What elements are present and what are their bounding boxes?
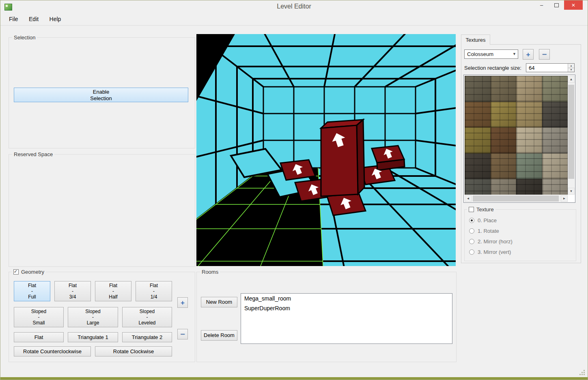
menu-edit[interactable]: Edit: [24, 13, 43, 25]
texture-tile[interactable]: [542, 127, 568, 153]
texture-tile[interactable]: [465, 153, 491, 179]
spin-down-button[interactable]: ▼: [568, 68, 574, 72]
texture-tile[interactable]: [542, 76, 568, 102]
geometry-sloped-small-button[interactable]: Sloped - Small: [14, 307, 64, 327]
mode-mirror-vert-radio[interactable]: 3. Mirror (vert): [469, 249, 511, 255]
tab-textures[interactable]: Textures: [461, 34, 490, 45]
remove-texture-set-button[interactable]: −: [539, 49, 550, 60]
geometry-triangulate1-button[interactable]: Triangulate 1: [68, 332, 118, 342]
texture-tile[interactable]: [516, 127, 542, 153]
room-list-item[interactable]: SuperDuperRoom: [241, 303, 452, 313]
texture-tile[interactable]: [465, 102, 491, 128]
texture-tile[interactable]: [465, 179, 491, 195]
selection-rect-size-input[interactable]: [528, 64, 566, 71]
selection-group-label: Selection: [12, 34, 37, 41]
selection-rect-size-spinbox: ▲ ▼: [526, 63, 575, 72]
texture-tile[interactable]: [491, 179, 517, 195]
resize-grip[interactable]: [579, 370, 585, 376]
room-list-item[interactable]: Mega_small_room: [241, 294, 452, 303]
geometry-checkbox[interactable]: [13, 269, 19, 275]
close-icon: ✕: [571, 2, 575, 8]
mode-mirror-vert-label: 3. Mirror (vert): [478, 249, 511, 255]
selection-rect-size-label: Selection rectangle size:: [464, 65, 521, 71]
texture-tile[interactable]: [542, 153, 568, 179]
texture-tile[interactable]: [516, 76, 542, 102]
palette-horizontal-scrollbar[interactable]: ◄ ►: [465, 195, 568, 202]
close-button[interactable]: ✕: [564, 0, 583, 10]
texture-tile[interactable]: [542, 102, 568, 128]
mode-place-radio[interactable]: 0. Place: [469, 217, 497, 223]
minimize-button[interactable]: –: [534, 0, 549, 10]
geometry-flat-full-button[interactable]: Flat - Full: [14, 281, 50, 301]
rotate-counterclockwise-button[interactable]: Rotate Counterclockwise: [14, 346, 91, 356]
reserved-space-label: Reserved Space: [12, 151, 54, 157]
texture-tile[interactable]: [465, 127, 491, 153]
texture-tile[interactable]: [491, 102, 517, 128]
titlebar: Level Editor – ✕: [0, 0, 588, 13]
texture-tile[interactable]: [491, 76, 517, 102]
texture-palette-frame: ▲ ▼ ◄ ►: [463, 75, 575, 203]
scroll-left-icon[interactable]: ◄: [465, 195, 472, 202]
rotate-clockwise-button[interactable]: Rotate Clockwise: [95, 346, 172, 356]
mode-mirror-horz-label: 2. Mirror (horz): [478, 238, 513, 245]
scroll-right-icon[interactable]: ►: [561, 195, 568, 202]
delete-room-button[interactable]: Delete Room: [201, 330, 237, 341]
geometry-flat-button[interactable]: Flat: [14, 332, 64, 342]
mode-place-label: 0. Place: [478, 217, 497, 223]
enable-selection-button[interactable]: Enable Selection: [14, 88, 188, 102]
texture-tile[interactable]: [516, 153, 542, 179]
vertical-scroll-thumb[interactable]: [568, 85, 574, 179]
scroll-up-icon[interactable]: ▲: [568, 76, 575, 83]
plus-icon: +: [526, 51, 530, 58]
spin-up-button[interactable]: ▲: [568, 64, 574, 68]
maximize-icon: [554, 3, 559, 7]
texture-set-select[interactable]: Colosseum ▼: [464, 49, 518, 59]
geometry-add-button[interactable]: +: [177, 297, 188, 308]
palette-vertical-scrollbar[interactable]: ▲ ▼: [568, 76, 575, 195]
maximize-button[interactable]: [549, 0, 564, 10]
geometry-label: Geometry: [21, 269, 44, 275]
radio-icon: [469, 228, 474, 234]
geometry-triangulate2-button[interactable]: Triangulate 2: [122, 332, 172, 342]
geometry-flat-34-button[interactable]: Flat - 3/4: [54, 281, 91, 301]
minimize-icon: –: [540, 2, 543, 8]
minus-icon: −: [180, 330, 185, 338]
menubar: File Edit Help: [0, 13, 588, 26]
menu-file[interactable]: File: [4, 13, 23, 25]
geometry-flat-14-button[interactable]: Flat - 1/4: [136, 281, 172, 301]
mode-rotate-label: 1. Rotate: [478, 228, 499, 234]
texture-set-value: Colosseum: [467, 51, 493, 57]
texture-tile[interactable]: [465, 76, 491, 102]
geometry-flat-half-button[interactable]: Flat - Half: [95, 281, 131, 301]
texture-group-label: Texture: [476, 206, 494, 213]
texture-tile[interactable]: [516, 179, 542, 195]
texture-palette[interactable]: [465, 76, 568, 195]
texture-checkbox[interactable]: [469, 207, 474, 212]
mode-mirror-horz-radio[interactable]: 2. Mirror (horz): [469, 238, 513, 245]
texture-tile[interactable]: [491, 127, 517, 153]
horizontal-scroll-thumb[interactable]: [473, 195, 559, 202]
geometry-caption: Geometry: [12, 269, 46, 275]
level-editor-window: Level Editor – ✕ File Edit Help Selectio…: [0, 0, 588, 380]
geometry-remove-button[interactable]: −: [177, 329, 188, 339]
plus-icon: +: [181, 299, 185, 306]
window-controls: – ✕: [534, 0, 583, 10]
menu-help[interactable]: Help: [45, 13, 66, 25]
tab-textures-label: Textures: [465, 37, 485, 43]
texture-tile[interactable]: [491, 153, 517, 179]
radio-icon: [469, 239, 474, 244]
texture-tile[interactable]: [542, 179, 568, 195]
rooms-listbox[interactable]: Mega_small_room SuperDuperRoom: [241, 293, 452, 344]
mode-rotate-radio[interactable]: 1. Rotate: [469, 228, 499, 234]
minus-icon: −: [542, 50, 547, 58]
chevron-down-icon: ▼: [513, 52, 516, 56]
window-bottom-border: [0, 377, 588, 380]
scroll-down-icon[interactable]: ▼: [568, 188, 575, 195]
radio-icon: [469, 218, 474, 223]
geometry-sloped-leveled-button[interactable]: Sloped - Leveled: [122, 307, 172, 327]
add-texture-set-button[interactable]: +: [523, 49, 534, 60]
geometry-sloped-large-button[interactable]: Sloped - Large: [68, 307, 118, 327]
new-room-button[interactable]: New Room: [201, 297, 237, 307]
texture-tile[interactable]: [516, 102, 542, 128]
viewport-3d[interactable]: [196, 34, 456, 266]
